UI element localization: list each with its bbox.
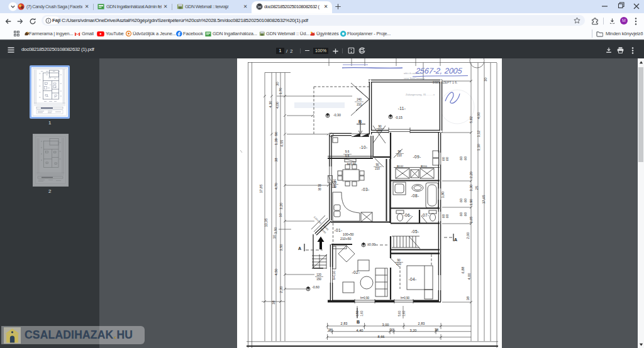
- svg-text:-05-: -05-: [411, 229, 419, 234]
- svg-text:1,90: 1,90: [469, 199, 473, 206]
- svg-text:210: 210: [357, 103, 362, 106]
- svg-text:3,20: 3,20: [410, 329, 417, 332]
- svg-text:szxz SzöCsengvy: szxz SzöCsengvy: [404, 77, 425, 80]
- svg-text:38: 38: [435, 328, 438, 332]
- svg-text:90: 90: [375, 163, 379, 166]
- svg-text:-04-: -04-: [409, 277, 417, 281]
- svg-text:h=0,90: h=0,90: [401, 296, 410, 300]
- svg-text:30: 30: [390, 328, 394, 332]
- svg-text:10: 10: [279, 213, 282, 217]
- svg-text:1,50: 1,50: [356, 310, 359, 316]
- svg-text:2,00: 2,00: [466, 232, 470, 239]
- svg-text:1,39: 1,39: [274, 138, 278, 145]
- svg-text:3,00: 3,00: [382, 323, 389, 327]
- svg-text:10: 10: [272, 235, 276, 239]
- svg-text:60: 60: [459, 198, 463, 202]
- svg-text:2,20: 2,20: [279, 286, 283, 293]
- svg-text:-03-: -03-: [362, 187, 370, 192]
- svg-text:h=0,90: h=0,90: [333, 270, 336, 280]
- svg-text:2,83: 2,83: [341, 322, 348, 325]
- svg-text:-0,15: -0,15: [395, 116, 402, 119]
- svg-text:A: A: [298, 246, 301, 251]
- svg-text:120: 120: [331, 181, 336, 184]
- svg-text:h=0,90: h=0,90: [347, 163, 357, 166]
- svg-text:B: B: [358, 119, 362, 124]
- svg-text:4,30: 4,30: [269, 101, 272, 108]
- svg-text:60: 60: [464, 156, 467, 160]
- svg-text:17,65: 17,65: [482, 195, 486, 204]
- svg-text:1,12: 1,12: [477, 131, 480, 138]
- svg-text:☰132: ☰132: [397, 165, 404, 168]
- svg-text:1,60: 1,60: [360, 310, 364, 316]
- svg-text:A: A: [454, 237, 457, 242]
- svg-text:6,55: 6,55: [280, 140, 284, 147]
- svg-text:4,00: 4,00: [275, 102, 279, 109]
- svg-text:4,40: 4,40: [357, 329, 364, 332]
- svg-text:4,50: 4,50: [274, 269, 278, 276]
- svg-text:210: 210: [397, 154, 402, 157]
- svg-text:210+50: 210+50: [340, 237, 352, 241]
- svg-text:30: 30: [275, 82, 279, 85]
- svg-text:38: 38: [272, 300, 275, 304]
- svg-text:25: 25: [475, 186, 479, 190]
- svg-text:210: 210: [377, 129, 382, 132]
- svg-text:1,60: 1,60: [402, 310, 406, 316]
- svg-text:5,82: 5,82: [469, 116, 473, 123]
- svg-text:±0,00: ±0,00: [367, 242, 375, 246]
- svg-text:6,88: 6,88: [461, 267, 465, 274]
- svg-text:-11-: -11-: [398, 106, 406, 111]
- svg-text:3,20: 3,20: [279, 203, 283, 210]
- svg-text:3,30: 3,30: [469, 185, 473, 192]
- svg-text:3,50: 3,50: [279, 244, 283, 251]
- svg-text:1,50: 1,50: [274, 227, 277, 234]
- svg-text:150: 150: [331, 185, 336, 188]
- svg-text:100+50: 100+50: [343, 232, 354, 236]
- svg-text:-02-: -02-: [352, 270, 360, 275]
- svg-text:4,00: 4,00: [477, 112, 480, 119]
- svg-text:240: 240: [357, 98, 362, 101]
- svg-text:2025 SZEPT 1 6.: 2025 SZEPT 1 6.: [433, 80, 458, 84]
- svg-text:1,10: 1,10: [477, 144, 480, 151]
- svg-text:-01-: -01-: [335, 228, 343, 232]
- svg-text:-08-: -08-: [411, 193, 419, 198]
- svg-text:9,5: 9,5: [345, 155, 350, 158]
- svg-text:210: 210: [375, 167, 380, 170]
- svg-text:60: 60: [464, 212, 467, 216]
- svg-text:60: 60: [445, 157, 449, 161]
- svg-text:38: 38: [466, 296, 470, 300]
- svg-text:150: 150: [316, 278, 321, 281]
- svg-text:38: 38: [274, 158, 278, 161]
- svg-text:38: 38: [328, 328, 331, 332]
- svg-text:1,65: 1,65: [469, 217, 473, 224]
- svg-text:B: B: [357, 320, 360, 324]
- svg-text:60: 60: [464, 198, 467, 202]
- svg-text:90: 90: [274, 132, 278, 136]
- svg-text:h=0,90: h=0,90: [360, 296, 370, 300]
- svg-text:90: 90: [378, 125, 382, 128]
- svg-text:2,20: 2,20: [469, 171, 473, 178]
- svg-text:5,60: 5,60: [398, 310, 401, 316]
- svg-text:60: 60: [459, 156, 463, 160]
- svg-text:-0,60: -0,60: [312, 285, 319, 289]
- svg-text:13,35: 13,35: [264, 219, 268, 227]
- svg-text:-0,30: -0,30: [333, 113, 341, 117]
- svg-text:2,83: 2,83: [418, 322, 425, 325]
- svg-text:30: 30: [318, 188, 321, 191]
- svg-text:90: 90: [397, 150, 401, 153]
- svg-text:1,70: 1,70: [279, 88, 282, 95]
- svg-text:4,70: 4,70: [274, 183, 278, 190]
- svg-text:-06-: -06-: [404, 213, 412, 217]
- svg-text:1,80: 1,80: [441, 192, 445, 198]
- svg-text:20: 20: [318, 184, 321, 187]
- svg-text:120: 120: [316, 273, 321, 276]
- svg-text:60: 60: [445, 214, 449, 218]
- svg-text:210: 210: [396, 263, 401, 266]
- svg-text:9,6: 9,6: [345, 150, 350, 153]
- svg-text:8,66: 8,66: [378, 335, 385, 339]
- svg-text:90: 90: [397, 259, 401, 262]
- svg-text:-09-: -09-: [413, 155, 421, 159]
- svg-text:☰110: ☰110: [421, 165, 428, 168]
- svg-text:2567-2, 2005: 2567-2, 2005: [414, 67, 462, 76]
- svg-text:-07-: -07-: [421, 213, 430, 217]
- svg-text:Zalaegerszeg, 31..........v: Zalaegerszeg, 31..........v: [406, 93, 435, 96]
